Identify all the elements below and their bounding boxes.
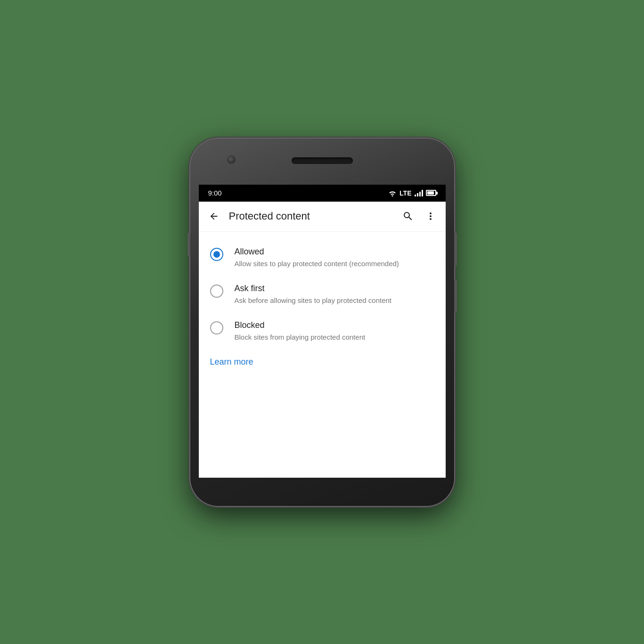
learn-more-link[interactable]: Learn more	[210, 357, 253, 367]
lte-label: LTE	[399, 189, 411, 197]
more-vert-icon	[425, 211, 436, 222]
radio-desc-allowed: Allow sites to play protected content (r…	[235, 259, 434, 269]
radio-button-blocked[interactable]	[210, 321, 223, 334]
power-button	[454, 233, 457, 266]
volume-down-button	[454, 280, 457, 313]
radio-label-allowed: Allowed	[235, 247, 434, 257]
radio-item-ask-first[interactable]: Ask first Ask before allowing sites to p…	[199, 276, 446, 313]
radio-label-ask-first: Ask first	[235, 284, 434, 293]
radio-selected-indicator	[213, 251, 220, 258]
page-title: Protected content	[229, 210, 397, 222]
radio-text-ask-first: Ask first Ask before allowing sites to p…	[235, 284, 434, 305]
front-camera	[227, 155, 236, 164]
radio-item-allowed[interactable]: Allowed Allow sites to play protected co…	[199, 239, 446, 276]
clock: 9:00	[208, 189, 222, 197]
status-icons: LTE	[388, 189, 436, 197]
back-button[interactable]	[203, 205, 225, 228]
earpiece	[292, 157, 353, 164]
radio-desc-ask-first: Ask before allowing sites to play protec…	[235, 295, 434, 305]
volume-button	[187, 233, 190, 256]
radio-item-blocked[interactable]: Blocked Block sites from playing protect…	[199, 313, 446, 350]
search-icon	[402, 211, 414, 222]
radio-text-allowed: Allowed Allow sites to play protected co…	[235, 247, 434, 269]
content-area: Allowed Allow sites to play protected co…	[199, 232, 446, 478]
back-arrow-icon	[209, 211, 219, 221]
radio-button-allowed[interactable]	[210, 248, 223, 261]
screen: Protected content Allowed	[199, 202, 446, 478]
radio-text-blocked: Blocked Block sites from playing protect…	[235, 320, 434, 342]
phone-top	[199, 147, 446, 185]
radio-label-blocked: Blocked	[235, 320, 434, 330]
radio-desc-blocked: Block sites from playing protected conte…	[235, 332, 434, 342]
radio-button-ask-first[interactable]	[210, 285, 223, 298]
battery-icon	[426, 190, 436, 196]
status-bar: 9:00 LTE	[199, 185, 446, 202]
app-bar: Protected content	[199, 202, 446, 232]
wifi-icon	[388, 190, 397, 196]
learn-more-section: Learn more	[199, 350, 446, 375]
more-options-button[interactable]	[419, 205, 442, 228]
svg-point-0	[392, 195, 393, 196]
signal-icon	[415, 190, 423, 196]
search-button[interactable]	[397, 205, 419, 228]
phone-frame: 9:00 LTE	[190, 139, 454, 506]
